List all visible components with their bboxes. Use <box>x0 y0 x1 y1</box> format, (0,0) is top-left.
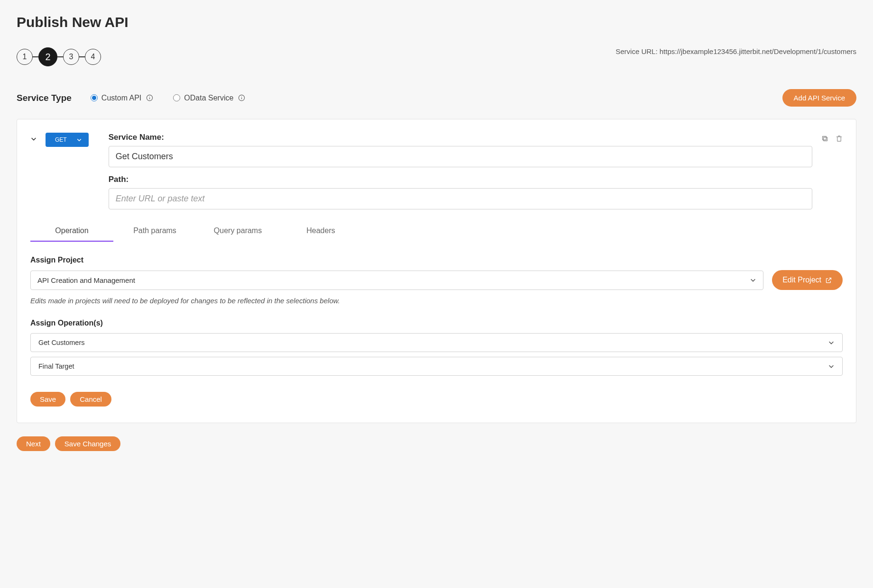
radio-odata[interactable]: OData Service <box>173 94 245 102</box>
step-connector <box>57 56 63 57</box>
method-label: GET <box>55 136 67 143</box>
service-url-value: https://jbexample123456.jitterbit.net/De… <box>660 47 856 55</box>
project-select-value: API Creation and Management <box>37 276 135 284</box>
radio-input-odata[interactable] <box>173 94 180 101</box>
page-title: Publish New API <box>17 14 856 30</box>
method-badge[interactable]: GET <box>46 133 89 147</box>
service-name-label: Service Name: <box>109 133 812 142</box>
radio-custom-api[interactable]: Custom API <box>91 94 153 102</box>
step-connector <box>33 56 38 57</box>
path-input[interactable] <box>109 188 812 209</box>
step-2[interactable]: 2 <box>38 47 57 66</box>
edit-project-button[interactable]: Edit Project <box>772 270 843 290</box>
copy-icon[interactable] <box>821 135 829 143</box>
service-card: GET Service Name: Path: Operation Path p… <box>17 119 856 423</box>
assign-operations-label: Assign Operation(s) <box>30 319 843 327</box>
info-icon[interactable] <box>238 94 245 101</box>
operation-select-value-0: Get Customers <box>38 339 85 346</box>
step-3[interactable]: 3 <box>63 49 79 65</box>
next-button[interactable]: Next <box>17 436 50 451</box>
save-changes-button[interactable]: Save Changes <box>55 436 120 451</box>
svg-rect-6 <box>824 137 827 141</box>
operation-select-0[interactable]: Get Customers <box>30 333 843 352</box>
path-label: Path: <box>109 175 812 184</box>
service-url: Service URL: https://jbexample123456.jit… <box>616 47 856 55</box>
svg-rect-7 <box>823 136 827 140</box>
step-1[interactable]: 1 <box>17 49 33 65</box>
step-connector <box>79 56 85 57</box>
radio-label-custom-api: Custom API <box>101 94 141 102</box>
info-icon[interactable] <box>146 94 153 101</box>
tab-headers[interactable]: Headers <box>279 221 362 242</box>
tab-path-params[interactable]: Path params <box>113 221 196 242</box>
operation-select-value-1: Final Target <box>38 362 74 370</box>
tabs: Operation Path params Query params Heade… <box>30 221 843 242</box>
radio-label-odata: OData Service <box>184 94 233 102</box>
operation-select-1[interactable]: Final Target <box>30 357 843 376</box>
cancel-button[interactable]: Cancel <box>70 392 111 407</box>
stepper: 1 2 3 4 <box>17 47 101 66</box>
service-type-label: Service Type <box>17 93 72 103</box>
tab-query-params[interactable]: Query params <box>196 221 279 242</box>
service-name-input[interactable] <box>109 146 812 167</box>
project-select[interactable]: API Creation and Management <box>30 271 763 290</box>
edit-project-button-label: Edit Project <box>782 276 821 284</box>
step-4[interactable]: 4 <box>85 49 101 65</box>
service-url-label: Service URL: <box>616 47 660 55</box>
service-type-radio-group: Custom API OData Service <box>91 94 246 102</box>
trash-icon[interactable] <box>836 135 843 143</box>
chevron-down-icon[interactable] <box>30 136 37 144</box>
save-button[interactable]: Save <box>30 392 65 407</box>
svg-point-5 <box>241 96 242 97</box>
svg-point-2 <box>149 96 150 97</box>
tab-operation[interactable]: Operation <box>30 221 113 242</box>
assign-project-label: Assign Project <box>30 256 843 264</box>
add-api-service-button[interactable]: Add API Service <box>782 89 856 107</box>
project-note: Edits made in projects will need to be d… <box>30 297 843 305</box>
radio-input-custom-api[interactable] <box>91 94 98 101</box>
